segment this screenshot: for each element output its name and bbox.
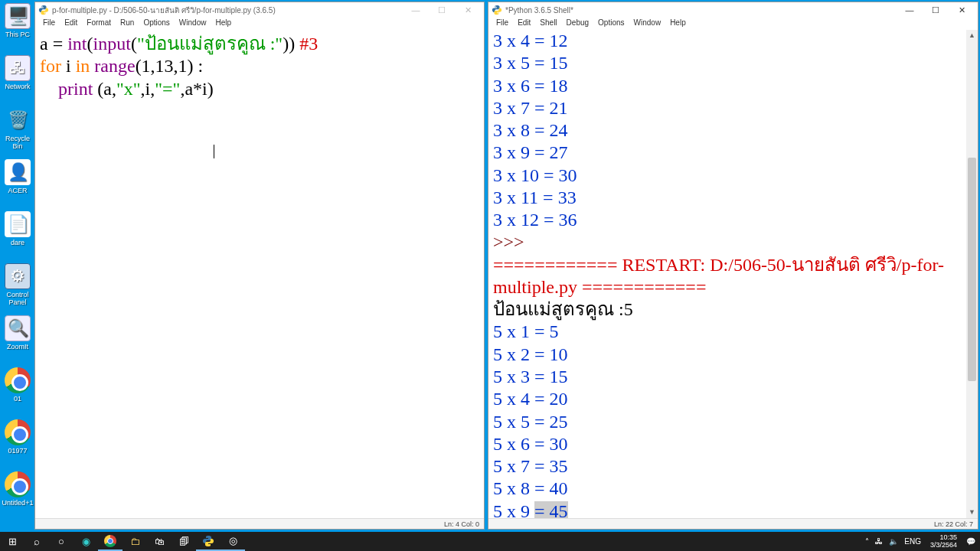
editor-body[interactable]: a = int(input("ป้อนแม่สูตรคูณ :")) #3 fo…	[35, 30, 484, 518]
shell-line: 3 x 8 = 24	[493, 119, 973, 142]
shell-line: ป้อนแม่สูตรคูณ :5	[493, 298, 973, 321]
volume-icon[interactable]: 🔈	[889, 537, 898, 546]
shell-line: 3 x 6 = 18	[493, 75, 973, 97]
clock[interactable]: 10:353/3/2564	[927, 534, 960, 549]
desktop-icon-net[interactable]: 🖧Network	[2, 55, 34, 103]
desktop-icon-pc[interactable]: 🖥️This PC	[2, 3, 34, 51]
svg-point-0	[42, 6, 43, 7]
close-button[interactable]: ✕	[455, 2, 481, 18]
menu-window[interactable]: Window	[629, 18, 666, 30]
desktop-icon-chrome[interactable]: 01	[2, 367, 34, 415]
editor-title-text: p-for-multiple.py - D:/506-50-นายสันติ ศ…	[52, 5, 403, 16]
menu-file[interactable]: File	[492, 18, 513, 30]
obs-icon[interactable]: ◎	[220, 532, 245, 551]
desktop-icon-chrome[interactable]: Untitled+1	[2, 471, 34, 519]
window-buttons: — ☐ ✕	[403, 2, 481, 18]
python-icon	[38, 5, 49, 15]
shell-line: 5 x 7 = 35	[493, 455, 973, 478]
desktop-icon-bin[interactable]: 🗑️Recycle Bin	[2, 107, 34, 155]
shell-line: 3 x 9 = 27	[493, 142, 973, 164]
shell-line: 3 x 10 = 30	[493, 165, 973, 187]
svg-point-3	[498, 13, 498, 14]
minimize-button[interactable]: —	[403, 2, 429, 18]
shell-line: 3 x 7 = 21	[493, 97, 973, 119]
shell-line: 3 x 12 = 36	[493, 209, 973, 231]
python-icon	[492, 5, 502, 15]
idle-editor-window: p-for-multiple.py - D:/506-50-นายสันติ ศ…	[34, 2, 485, 530]
shell-line: 3 x 11 = 33	[493, 187, 973, 209]
taskbar: ⊞ ⌕ ○ ◉ 🗀 🛍 🗐 ◎ ˄ 🖧 🔈 ENG 10:353/3/2564 …	[0, 532, 980, 551]
store-icon[interactable]: 🛍	[147, 532, 172, 551]
desktop-icon-chrome[interactable]: 01977	[2, 419, 34, 467]
desktop-icon-cp[interactable]: ⚙Control Panel	[2, 263, 34, 311]
editor-menubar: FileEditFormatRunOptionsWindowHelp	[35, 18, 484, 30]
desktop-icon-zoomit[interactable]: 🔍ZoomIt	[2, 315, 34, 363]
shell-line: ============ RESTART: D:/506-50-นายสันติ…	[493, 254, 973, 299]
notifications-icon[interactable]: 💬	[966, 537, 975, 546]
menu-debug[interactable]: Debug	[562, 18, 593, 30]
menu-format[interactable]: Format	[82, 18, 116, 30]
shell-line: 5 x 2 = 10	[493, 344, 973, 366]
chrome-icon[interactable]	[98, 532, 122, 551]
shell-line: 5 x 9 = 45	[493, 500, 973, 518]
code-line: a = int(input("ป้อนแม่สูตรคูณ :")) #3	[40, 33, 479, 55]
shell-title-text: *Python 3.6.5 Shell*	[505, 6, 897, 15]
editor-titlebar[interactable]: p-for-multiple.py - D:/506-50-นายสันติ ศ…	[35, 2, 484, 18]
menu-help[interactable]: Help	[211, 18, 236, 30]
desktop-icon-acer[interactable]: 👤ACER	[2, 159, 34, 207]
menu-options[interactable]: Options	[593, 18, 629, 30]
shell-line: 5 x 1 = 5	[493, 321, 973, 343]
explorer-icon[interactable]: 🗀	[122, 532, 147, 551]
language-indicator[interactable]: ENG	[904, 537, 921, 546]
search-button[interactable]: ⌕	[24, 532, 49, 551]
cortana-button[interactable]: ○	[49, 532, 74, 551]
menu-window[interactable]: Window	[175, 18, 211, 30]
menu-edit[interactable]: Edit	[513, 18, 535, 30]
network-icon[interactable]: 🖧	[875, 537, 883, 546]
app-icon[interactable]: 🗐	[172, 532, 196, 551]
shell-line: 5 x 3 = 15	[493, 366, 973, 388]
shell-menubar: FileEditShellDebugOptionsWindowHelp	[488, 18, 978, 30]
scroll-thumb[interactable]	[968, 158, 976, 381]
shell-line: 5 x 5 = 25	[493, 411, 973, 433]
idle-icon[interactable]	[196, 532, 220, 551]
code-line: print (a,"x",i,"=",a*i)	[40, 78, 479, 100]
idle-shell-window: *Python 3.6.5 Shell* — ☐ ✕ FileEditShell…	[488, 2, 978, 530]
tray-chevron-icon[interactable]: ˄	[865, 537, 869, 546]
close-button[interactable]: ✕	[949, 2, 975, 18]
scroll-up-icon[interactable]: ▲	[966, 30, 978, 41]
system-tray: ˄ 🖧 🔈 ENG 10:353/3/2564 💬	[865, 534, 980, 549]
scroll-down-icon[interactable]: ▼	[966, 507, 978, 518]
svg-point-1	[44, 13, 45, 14]
start-button[interactable]: ⊞	[0, 532, 24, 551]
shell-statusbar: Ln: 22 Col: 7	[488, 518, 978, 529]
menu-run[interactable]: Run	[116, 18, 139, 30]
shell-line: 3 x 5 = 15	[493, 52, 973, 74]
scrollbar[interactable]: ▲ ▼	[966, 30, 978, 518]
menu-options[interactable]: Options	[139, 18, 174, 30]
editor-statusbar: Ln: 4 Col: 0	[35, 518, 484, 529]
menu-shell[interactable]: Shell	[535, 18, 561, 30]
edge-icon[interactable]: ◉	[74, 532, 98, 551]
text-cursor-icon	[214, 145, 214, 158]
desktop-icons: 🖥️This PC🖧Network🗑️Recycle Bin👤ACER📄dare…	[2, 3, 34, 523]
shell-line: 3 x 4 = 12	[493, 30, 973, 52]
shell-body[interactable]: 3 x 4 = 123 x 5 = 153 x 6 = 183 x 7 = 21…	[488, 30, 978, 518]
window-buttons: — ☐ ✕	[897, 2, 975, 18]
minimize-button[interactable]: —	[897, 2, 923, 18]
menu-help[interactable]: Help	[665, 18, 691, 30]
desktop-icon-dare[interactable]: 📄dare	[2, 211, 34, 259]
menu-edit[interactable]: Edit	[60, 18, 82, 30]
maximize-button[interactable]: ☐	[429, 2, 455, 18]
shell-titlebar[interactable]: *Python 3.6.5 Shell* — ☐ ✕	[488, 2, 978, 18]
shell-line: >>>	[493, 231, 973, 253]
svg-point-2	[495, 6, 496, 7]
menu-file[interactable]: File	[38, 18, 60, 30]
shell-line: 5 x 6 = 30	[493, 433, 973, 455]
shell-line: 5 x 4 = 20	[493, 388, 973, 410]
maximize-button[interactable]: ☐	[923, 2, 949, 18]
code-line: for i in range(1,13,1) :	[40, 55, 479, 77]
shell-line: 5 x 8 = 40	[493, 478, 973, 500]
